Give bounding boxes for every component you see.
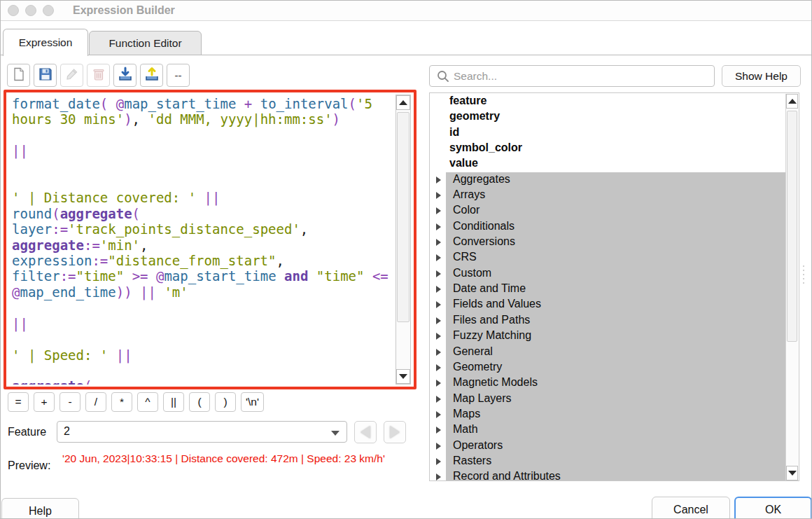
- list-scroll-up-button[interactable]: [786, 94, 798, 109]
- expand-triangle-icon[interactable]: [436, 411, 441, 418]
- show-help-button[interactable]: Show Help: [722, 65, 801, 87]
- expand-triangle-icon[interactable]: [436, 177, 441, 184]
- function-group-geometry[interactable]: Geometry: [430, 360, 785, 375]
- function-group-maps[interactable]: Maps: [430, 407, 785, 422]
- panel-splitter-handle[interactable]: [803, 265, 805, 288]
- expand-triangle-icon[interactable]: [436, 239, 441, 246]
- function-group-conversions[interactable]: Conversions: [430, 235, 785, 250]
- next-feature-button[interactable]: [384, 421, 406, 443]
- export-expressions-button[interactable]: [140, 64, 163, 87]
- expand-triangle-icon[interactable]: [436, 192, 441, 199]
- help-button[interactable]: Help: [1, 498, 79, 519]
- operator-button-2[interactable]: -: [59, 392, 80, 412]
- scroll-up-icon: [788, 99, 797, 104]
- expand-triangle-icon[interactable]: [436, 207, 441, 214]
- operator-button-6[interactable]: ||: [163, 392, 184, 412]
- editor-scroll-down-button[interactable]: [396, 369, 410, 384]
- expand-triangle-icon[interactable]: [436, 317, 441, 324]
- expand-triangle-icon[interactable]: [436, 427, 441, 434]
- expand-triangle-icon[interactable]: [436, 254, 441, 261]
- function-group-label: Fields and Values: [453, 298, 541, 310]
- operator-button-3[interactable]: /: [85, 392, 106, 412]
- editor-scrollbar-thumb[interactable]: [397, 112, 410, 322]
- cancel-button[interactable]: Cancel: [652, 497, 730, 519]
- ok-button[interactable]: OK: [734, 497, 812, 519]
- operator-button-5[interactable]: ^: [137, 392, 158, 412]
- function-group-label: Geometry: [453, 361, 502, 373]
- function-group-aggregates[interactable]: Aggregates: [430, 172, 785, 188]
- expand-triangle-icon[interactable]: [436, 443, 441, 450]
- function-list-scrollbar[interactable]: [785, 94, 798, 480]
- new-expression-button[interactable]: [7, 64, 30, 87]
- function-group-map-layers[interactable]: Map Layers: [430, 392, 785, 407]
- expand-triangle-icon[interactable]: [436, 380, 441, 387]
- function-group-label: Magnetic Models: [453, 376, 538, 389]
- delete-expression-button: [87, 64, 110, 87]
- function-group-math[interactable]: Math: [430, 422, 785, 438]
- editor-scrollbar[interactable]: [396, 95, 411, 385]
- tab-function-editor[interactable]: Function Editor: [89, 31, 202, 55]
- expand-triangle-icon[interactable]: [436, 301, 441, 308]
- expand-triangle-icon[interactable]: [436, 458, 441, 465]
- group-row-band: Geometry: [446, 360, 785, 375]
- preview-label: Preview:: [8, 459, 50, 472]
- expression-code-editor[interactable]: format_date( @map_start_time + to_interv…: [9, 95, 396, 385]
- function-group-fuzzy-matching[interactable]: Fuzzy Matching: [430, 328, 785, 344]
- function-search-box[interactable]: [429, 65, 715, 87]
- code-line: ' | Speed: ' ||: [12, 347, 388, 363]
- field-item-geometry[interactable]: geometry: [430, 109, 785, 125]
- function-group-crs[interactable]: CRS: [430, 250, 785, 265]
- operator-button-7[interactable]: (: [189, 392, 210, 412]
- field-item-feature[interactable]: feature: [430, 94, 785, 109]
- feature-combobox[interactable]: 2: [57, 421, 347, 443]
- function-group-date-and-time[interactable]: Date and Time: [430, 282, 785, 297]
- operator-button-4[interactable]: *: [111, 392, 132, 412]
- expand-triangle-icon[interactable]: [436, 364, 441, 371]
- function-group-color[interactable]: Color: [430, 203, 785, 219]
- editor-scroll-up-button[interactable]: [396, 95, 410, 110]
- expand-triangle-icon[interactable]: [436, 223, 441, 230]
- expand-triangle-icon[interactable]: [436, 286, 441, 293]
- function-group-label: Rasters: [453, 455, 491, 467]
- function-group-rasters[interactable]: Rasters: [430, 454, 785, 469]
- code-line: ||: [12, 316, 388, 331]
- field-item-id[interactable]: id: [430, 125, 785, 141]
- scroll-up-icon: [399, 100, 407, 105]
- window-minimize-button[interactable]: [25, 5, 36, 16]
- expand-triangle-icon[interactable]: [436, 473, 441, 480]
- field-item-value[interactable]: value: [430, 156, 785, 172]
- function-group-general[interactable]: General: [430, 345, 785, 360]
- search-input[interactable]: [454, 67, 709, 85]
- operator-button-8[interactable]: ): [215, 392, 236, 412]
- tab-expression[interactable]: Expression: [3, 29, 88, 56]
- code-line: filter:="time" >= @map_start_time and "t…: [12, 268, 388, 284]
- expand-triangle-icon[interactable]: [436, 396, 441, 403]
- operator-button-1[interactable]: +: [34, 392, 55, 412]
- function-group-magnetic-models[interactable]: Magnetic Models: [430, 375, 785, 391]
- function-group-label: Fuzzy Matching: [453, 329, 531, 342]
- list-scrollbar-thumb[interactable]: [787, 111, 797, 342]
- expand-triangle-icon[interactable]: [436, 349, 441, 356]
- group-row-band: Math: [446, 422, 785, 438]
- save-expression-button[interactable]: [34, 64, 57, 87]
- list-scroll-down-button[interactable]: [786, 466, 798, 480]
- window-zoom-button[interactable]: [43, 5, 54, 16]
- function-group-fields-and-values[interactable]: Fields and Values: [430, 297, 785, 312]
- function-group-files-and-paths[interactable]: Files and Paths: [430, 313, 785, 328]
- operator-button-9[interactable]: '\n': [241, 392, 264, 412]
- field-item-symbol_color[interactable]: symbol_color: [430, 141, 785, 156]
- function-group-record-and-attributes[interactable]: Record and Attributes: [430, 469, 785, 481]
- previous-feature-button[interactable]: [354, 421, 377, 443]
- function-group-label: Color: [453, 204, 479, 216]
- expression-code: format_date( @map_start_time + to_interv…: [12, 96, 388, 385]
- separator-button[interactable]: --: [167, 64, 190, 87]
- import-expressions-button[interactable]: [113, 64, 136, 87]
- function-group-conditionals[interactable]: Conditionals: [430, 219, 785, 235]
- expand-triangle-icon[interactable]: [436, 333, 441, 340]
- function-group-operators[interactable]: Operators: [430, 438, 785, 454]
- window-close-button[interactable]: [8, 5, 19, 16]
- expand-triangle-icon[interactable]: [436, 270, 441, 277]
- function-group-custom[interactable]: Custom: [430, 266, 785, 282]
- function-group-arrays[interactable]: Arrays: [430, 188, 785, 203]
- operator-button-0[interactable]: =: [8, 392, 29, 412]
